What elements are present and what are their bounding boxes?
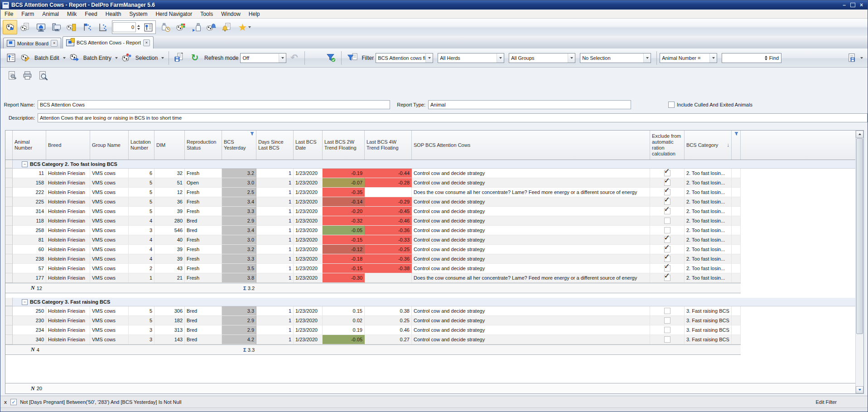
undo-button[interactable]: ↶ bbox=[287, 51, 301, 65]
exclude-checkbox[interactable] bbox=[664, 336, 670, 343]
menu-system[interactable]: System bbox=[125, 10, 151, 18]
exclude-checkbox[interactable]: ✓ bbox=[664, 246, 670, 252]
tab-bcs-report[interactable]: BCS Attention Cows - Report × bbox=[63, 36, 154, 48]
exclude-checkbox[interactable]: ✓ bbox=[664, 256, 670, 262]
description-input[interactable]: Attention Cows that are losing or raisin… bbox=[38, 113, 868, 122]
bottle-clock-button[interactable] bbox=[158, 20, 173, 34]
column-header-reproduction-status[interactable]: Reproduction Status bbox=[185, 131, 222, 160]
table-row[interactable]: 234Holstein FriesianVMS cows3313Bred2.91… bbox=[5, 325, 863, 335]
menu-milk[interactable]: Milk bbox=[63, 10, 81, 18]
bottle-pour-button[interactable] bbox=[189, 20, 203, 34]
report-settings-button[interactable] bbox=[5, 68, 19, 82]
table-row[interactable]: 230Holstein FriesianVMS cows5182Bred2.91… bbox=[5, 316, 863, 325]
cow-bell-button[interactable] bbox=[204, 20, 219, 34]
cell-excl[interactable]: ✓ bbox=[650, 178, 685, 188]
bell-list-button[interactable] bbox=[220, 20, 234, 34]
column-header-last-bcs-date[interactable]: Last BCS Date bbox=[294, 131, 323, 160]
filter-apply-button[interactable] bbox=[323, 51, 338, 65]
find-input[interactable]: Find bbox=[722, 53, 781, 63]
menu-tools[interactable]: Tools bbox=[196, 10, 217, 18]
pin-card-button[interactable] bbox=[142, 21, 154, 33]
collapse-toggle-icon[interactable]: − bbox=[22, 161, 28, 167]
remove-filter-icon[interactable]: x bbox=[4, 399, 7, 405]
scroll-up-icon[interactable] bbox=[856, 131, 863, 138]
scroll-down-icon[interactable] bbox=[856, 386, 863, 393]
report-name-input[interactable]: BCS Attention Cows bbox=[38, 100, 390, 109]
tab-monitor-board[interactable]: Monitor Board × bbox=[3, 38, 61, 48]
refresh-button[interactable]: ↻ bbox=[188, 51, 202, 65]
exclude-checkbox[interactable]: ✓ bbox=[664, 179, 670, 186]
exclude-checkbox[interactable] bbox=[664, 317, 670, 324]
exclude-checkbox[interactable] bbox=[664, 227, 670, 233]
groups-dropdown[interactable]: All Groups bbox=[509, 53, 575, 63]
cell-excl[interactable]: ✓ bbox=[650, 188, 685, 197]
menu-health[interactable]: Health bbox=[101, 10, 125, 18]
table-row[interactable]: 250Holstein FriesianVMS cows5306Bred3.31… bbox=[5, 306, 863, 316]
table-row[interactable]: 57Holstein FriesianVMS cows243Fresh3.511… bbox=[5, 264, 863, 273]
scatter-plot-button[interactable] bbox=[95, 20, 110, 34]
batch-entry-button[interactable]: Batch Entry bbox=[68, 52, 120, 64]
exclude-checkbox[interactable] bbox=[664, 308, 670, 314]
cell-excl[interactable]: ✓ bbox=[650, 197, 685, 207]
collapse-toggle-icon[interactable]: − bbox=[22, 299, 28, 305]
column-filter-icon[interactable] bbox=[250, 131, 255, 138]
include-culled-checkbox[interactable]: Include Culled And Exited Animals bbox=[668, 102, 752, 108]
cell-excl[interactable] bbox=[650, 316, 685, 325]
exclude-checkbox[interactable] bbox=[664, 327, 670, 333]
table-row[interactable]: 60Holstein FriesianVMS cows439Fresh3.211… bbox=[5, 245, 863, 254]
column-header-group-name[interactable]: Group Name bbox=[90, 131, 129, 160]
filter-page-button[interactable] bbox=[345, 51, 359, 65]
batch-edit-button[interactable]: Batch Edit bbox=[19, 52, 68, 64]
report-type-input[interactable]: Animal bbox=[428, 100, 631, 109]
table-row[interactable]: 81Holstein FriesianVMS cows440Fresh3.011… bbox=[5, 235, 863, 245]
minimize-button[interactable]: – bbox=[843, 2, 846, 8]
find-spinner-icon[interactable] bbox=[765, 56, 767, 60]
cow-list-button[interactable] bbox=[18, 20, 33, 34]
exclude-checkbox[interactable] bbox=[664, 218, 670, 224]
exclude-checkbox[interactable]: ✓ bbox=[664, 265, 670, 271]
edit-filter-button[interactable]: Edit Filter bbox=[816, 399, 864, 405]
menu-animal[interactable]: Animal bbox=[38, 10, 63, 18]
table-row[interactable]: 238Holstein FriesianVMS cows439Fresh3.31… bbox=[5, 254, 863, 264]
column-header-animal-number[interactable]: Animal Number bbox=[13, 131, 46, 160]
print-button[interactable] bbox=[20, 68, 34, 82]
save-layout-button[interactable] bbox=[172, 51, 187, 65]
table-row[interactable]: 314Holstein FriesianVMS cows539Fresh3.31… bbox=[5, 207, 863, 216]
table-row[interactable]: 340Holstein FriesianVMS cows3143Bred4.21… bbox=[5, 335, 863, 344]
include-culled-checkbox-box[interactable] bbox=[668, 102, 675, 108]
cell-excl[interactable] bbox=[650, 325, 685, 335]
cell-excl[interactable] bbox=[650, 306, 685, 316]
exclude-checkbox[interactable]: ✓ bbox=[664, 208, 670, 214]
exclude-checkbox[interactable]: ✓ bbox=[664, 237, 670, 243]
menu-farm[interactable]: Farm bbox=[17, 10, 38, 18]
herds-dropdown[interactable]: All Herds bbox=[438, 53, 504, 63]
export-save-button[interactable] bbox=[844, 52, 865, 64]
animal-number-spinner[interactable]: 0 bbox=[113, 22, 136, 32]
favorites-button[interactable]: ★ bbox=[235, 20, 254, 34]
table-row[interactable]: 222Holstein FriesianVMS cows512Fresh2.51… bbox=[5, 188, 863, 197]
group-header[interactable]: −BCS Category 3. Fast raising BCS bbox=[5, 298, 863, 306]
cell-excl[interactable]: ✓ bbox=[650, 264, 685, 273]
cell-excl[interactable]: ✓ bbox=[650, 169, 685, 178]
column-header-lactation-number[interactable]: Lactation Number bbox=[129, 131, 154, 160]
cow-home-button[interactable] bbox=[3, 20, 17, 34]
tab-monitor-close-icon[interactable]: × bbox=[51, 40, 58, 47]
spinner-arrows[interactable] bbox=[136, 25, 141, 30]
column-header-last-bcs-2w-trend-floating[interactable]: Last BCS 2W Trend Floating bbox=[323, 131, 365, 160]
cow-grid-button[interactable] bbox=[174, 20, 188, 34]
maximize-button[interactable] bbox=[850, 3, 855, 7]
column-filter-icon[interactable] bbox=[734, 131, 739, 138]
column-header-dim[interactable]: DIM bbox=[154, 131, 185, 160]
print-preview-button[interactable] bbox=[35, 68, 50, 82]
cell-excl[interactable] bbox=[650, 335, 685, 344]
column-header-exclude-from-automatic-ration-calculation[interactable]: Exclude from automatic ration calculatio… bbox=[650, 131, 685, 160]
table-row[interactable]: 11Holstein FriesianVMS cows632Fresh3.211… bbox=[5, 169, 863, 178]
menu-herd-navigator[interactable]: Herd Navigator bbox=[151, 10, 196, 18]
cell-excl[interactable]: ✓ bbox=[650, 235, 685, 245]
scatter-flag-button[interactable] bbox=[80, 20, 94, 34]
table-row[interactable]: 118Holstein FriesianVMS cows4280Bred2.91… bbox=[5, 216, 863, 226]
group-header[interactable]: −BCS Category 2. Too fast losing BCS bbox=[5, 160, 863, 169]
column-header-bcs-yesterday[interactable]: BCS Yesterday bbox=[222, 131, 256, 160]
column-header-last-bcs-4w-trend-floating[interactable]: Last BCS 4W Trend Floating bbox=[365, 131, 412, 160]
cell-excl[interactable] bbox=[650, 226, 685, 235]
